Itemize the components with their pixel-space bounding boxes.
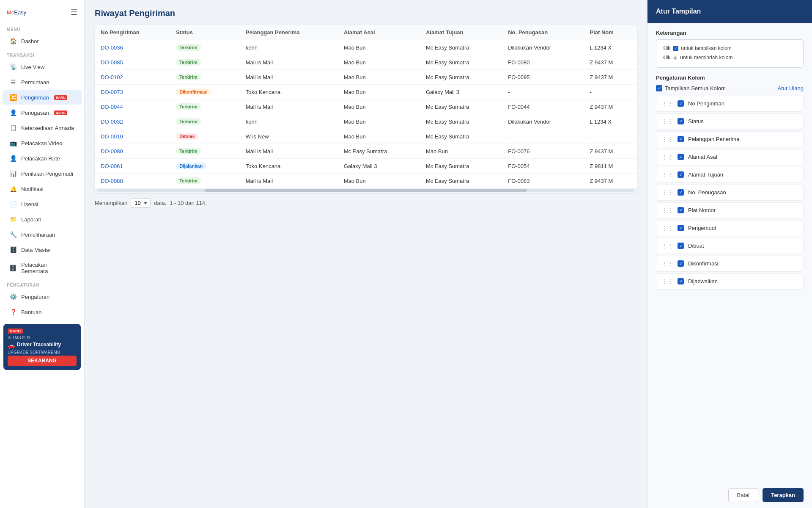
column-item-dibuat[interactable]: ⋮⋮ ✓ Dibuat	[656, 238, 804, 254]
promo-driver-label: Driver Traceability	[17, 342, 61, 348]
sidebar-item-pengaturan[interactable]: ⚙️ Pengaturan	[3, 290, 82, 304]
col-label-dibuat: Dibuat	[688, 243, 704, 249]
hamburger-icon[interactable]: ☰	[71, 8, 77, 17]
cell-no-pengiriman: DO-0010	[95, 129, 170, 144]
cell-pelanggan: Mail is Mail	[240, 174, 338, 188]
cell-no-pengiriman: DO-0032	[95, 114, 170, 129]
col-checkbox-alamat-asal[interactable]: ✓	[678, 154, 684, 160]
col-label-alamat-tujuan: Alamat Tujuan	[688, 171, 723, 178]
col-checkbox-status[interactable]: ✓	[678, 118, 684, 124]
column-item-alamat-asal[interactable]: ⋮⋮ ✓ Alamat Asal	[656, 149, 804, 165]
transaksi-section-label: TRANSAKSI	[0, 49, 84, 59]
cell-asal: Mao Bun	[338, 40, 420, 55]
col-checkbox-dikonfirmasi[interactable]: ✓	[678, 260, 684, 267]
promo-badge: BARU	[8, 329, 23, 334]
col-checkbox-pelanggan-penerima[interactable]: ✓	[678, 136, 684, 142]
col-checkbox-no-penugasan[interactable]: ✓	[678, 189, 684, 196]
promo-cta-button[interactable]: SEKARANG	[8, 356, 77, 366]
column-item-dijadwalkan[interactable]: ⋮⋮ ✓ Dijadwalkan	[656, 273, 804, 290]
table-row[interactable]: DO-0073 Dikonfirmasi Toko Kencana Mao Bu…	[95, 85, 637, 99]
col-plat-nom[interactable]: Plat Nom	[584, 25, 637, 40]
cell-penugasan: Dilakukan Vendor	[502, 114, 584, 129]
klik-label-2: Klik	[662, 53, 670, 63]
sidebar-item-data-master[interactable]: 🗄️ Data Master	[3, 243, 82, 257]
col-no-penugasan[interactable]: No. Penugasan	[502, 25, 584, 40]
table-row[interactable]: DO-0010 Ditolak W is New Mao Bun Mc Easy…	[95, 129, 637, 144]
tampilkan-semua-checkbox[interactable]: ✓	[656, 85, 662, 91]
cell-asal: Mao Bun	[338, 55, 420, 70]
sidebar-item-lisensi[interactable]: 📄 Lisensi	[3, 197, 82, 211]
cell-plat: Z 9437 M	[584, 99, 637, 114]
right-panel: Atur Tampilan Keterangan Klik ✓ untuk ta…	[647, 0, 812, 508]
table-row[interactable]: DO-0085 Terkirim Mail is Mail Mao Bun Mc…	[95, 55, 637, 70]
cell-no-pengiriman: DO-0102	[95, 70, 170, 85]
sidebar-item-live-view[interactable]: 📡 Live View	[3, 60, 82, 74]
col-checkbox-no-pengiriman[interactable]: ✓	[678, 100, 684, 107]
col-label-dikonfirmasi: Dikonfirmasi	[688, 260, 719, 267]
sidebar-item-pemeliharaan[interactable]: 🔧 Pemeliharaan	[3, 227, 82, 242]
column-item-no-penugasan[interactable]: ⋮⋮ ✓ No. Penugasan	[656, 185, 804, 201]
table-row[interactable]: DO-0036 Terkirim kenn Mao Bun Mc Easy Su…	[95, 40, 637, 55]
col-alamat-asal[interactable]: Alamat Asal	[338, 25, 420, 40]
table-row[interactable]: DO-0061 Dijalankan Toko Kencana Galaxy M…	[95, 159, 637, 174]
col-checkbox-pengemudi[interactable]: ✓	[678, 225, 684, 231]
cell-asal: Mao Bun	[338, 70, 420, 85]
sidebar-item-penugasan[interactable]: 👤 Penugasan BARU	[3, 105, 82, 120]
col-checkbox-plat-nomor[interactable]: ✓	[678, 207, 684, 213]
col-checkbox-dijadwalkan[interactable]: ✓	[678, 278, 684, 284]
sidebar-item-ketersediaan-armada[interactable]: 📋 Ketersediaan Armada	[3, 121, 82, 135]
table-row[interactable]: DO-0032 Terkirim kenn Mao Bun Mc Easy Su…	[95, 114, 637, 129]
drag-handle-icon: ⋮⋮	[661, 260, 673, 267]
col-checkbox-alamat-tujuan[interactable]: ✓	[678, 171, 684, 178]
sidebar-item-dasbor[interactable]: 🏠 Dasbor	[3, 34, 82, 48]
cell-no-pengiriman: DO-0061	[95, 159, 170, 174]
sidebar-item-permintaan[interactable]: ☰ Permintaan	[3, 75, 82, 89]
col-label-no-pengiriman: No Pengiriman	[688, 100, 724, 107]
column-item-status[interactable]: ⋮⋮ ✓ Status	[656, 113, 804, 130]
terapkan-button[interactable]: Terapkan	[763, 488, 804, 502]
table-row[interactable]: DO-0080 Terkirim Mail is Mail Mc Easy Su…	[95, 144, 637, 159]
table-row[interactable]: DO-0088 Terkirim Mail is Mail Mao Bun Mc…	[95, 174, 637, 188]
col-no-pengiriman[interactable]: No Pengiriman	[95, 25, 170, 40]
cell-plat: L 1234 X	[584, 40, 637, 55]
batal-button[interactable]: Batal	[728, 488, 759, 502]
sidebar-item-laporan[interactable]: 📁 Laporan	[3, 212, 82, 226]
sidebar: McEasy ☰ MENU 🏠 Dasbor TRANSAKSI 📡 Live …	[0, 0, 85, 508]
sidebar-item-pelacakan-video[interactable]: 📺 Pelacakan Video	[3, 136, 82, 150]
video-icon: 📺	[9, 140, 17, 146]
cell-penugasan: FO-0044	[502, 99, 584, 114]
per-page-select[interactable]: 10 25 50	[131, 198, 151, 208]
col-alamat-tujuan[interactable]: Alamat Tujuan	[420, 25, 502, 40]
cell-plat: -	[584, 129, 637, 144]
pengaturan-section-label: PENGATURAN	[0, 279, 84, 289]
column-item-plat-nomor[interactable]: ⋮⋮ ✓ Plat Nomor	[656, 202, 804, 218]
column-item-alamat-tujuan[interactable]: ⋮⋮ ✓ Alamat Tujuan	[656, 167, 804, 183]
col-checkbox-dibuat[interactable]: ✓	[678, 243, 684, 249]
cell-plat: Z 9437 M	[584, 70, 637, 85]
sidebar-item-pengiriman[interactable]: 🔀 Pengiriman BARU	[3, 90, 82, 105]
sidebar-item-pelacakan-rute[interactable]: 👤 Pelacakan Rute	[3, 151, 82, 166]
table-row[interactable]: DO-0044 Terkirim Mail is Mail Mao Bun Mc…	[95, 99, 637, 114]
drag-handle-icon: ⋮⋮	[661, 207, 673, 214]
col-pelanggan-penerima[interactable]: Pelanggan Penerima	[240, 25, 338, 40]
cell-plat: -	[584, 85, 637, 99]
col-label-status: Status	[688, 118, 704, 124]
drag-handle-icon: ⋮⋮	[661, 136, 673, 143]
sidebar-item-bantuan[interactable]: ❓ Bantuan	[3, 305, 82, 319]
cell-penugasan: -	[502, 85, 584, 99]
sidebar-item-notifikasi[interactable]: 🔔 Notifikasi	[3, 182, 82, 196]
cell-penugasan: FO-0080	[502, 55, 584, 70]
cell-pelanggan: W is New	[240, 129, 338, 144]
column-item-dikonfirmasi[interactable]: ⋮⋮ ✓ Dikonfirmasi	[656, 256, 804, 272]
tampilkan-semua[interactable]: ✓ Tampilkan Semua Kolom	[656, 85, 726, 91]
sidebar-item-pelacakan-sementara[interactable]: 🗄️ Pelacakan Sementara	[3, 258, 82, 278]
cell-tujuan: Mc Easy Sumatra	[420, 159, 502, 174]
table-row[interactable]: DO-0102 Terkirim Mail is Mail Mao Bun Mc…	[95, 70, 637, 85]
column-item-pengemudi[interactable]: ⋮⋮ ✓ Pengemudi	[656, 220, 804, 236]
sidebar-item-penilaian-pengemudi[interactable]: 📊 Penilaian Pengemudi	[3, 166, 82, 181]
table-scrollbar[interactable]	[95, 188, 637, 193]
column-item-pelanggan-penerima[interactable]: ⋮⋮ ✓ Pelanggan Penerima	[656, 131, 804, 147]
atur-ulang-button[interactable]: Atur Ulang	[778, 85, 804, 91]
col-status[interactable]: Status	[170, 25, 240, 40]
column-item-no-pengiriman[interactable]: ⋮⋮ ✓ No Pengiriman	[656, 96, 804, 112]
